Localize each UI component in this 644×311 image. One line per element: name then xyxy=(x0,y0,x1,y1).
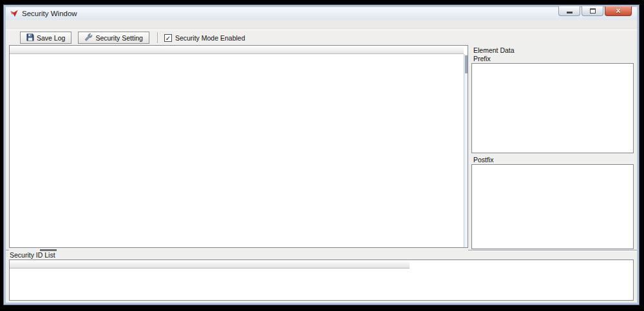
trace-panel xyxy=(9,45,468,249)
prefix-table xyxy=(471,63,634,153)
app-icon xyxy=(10,9,19,18)
save-log-button[interactable]: Save Log xyxy=(20,32,71,44)
close-icon: × xyxy=(616,7,620,15)
postfix-label: Postfix xyxy=(471,156,634,164)
close-button[interactable]: × xyxy=(605,6,632,16)
trace-header xyxy=(10,46,464,54)
maximize-button[interactable] xyxy=(582,6,603,16)
trace-table xyxy=(9,45,468,248)
security-window: Security Window × Save Log xyxy=(4,5,639,305)
security-setting-button[interactable]: Security Setting xyxy=(78,32,149,44)
horizontal-scrollbar[interactable] xyxy=(9,248,468,252)
window-title: Security Window xyxy=(22,10,77,17)
element-data-panel: Element Data Prefix Postfix xyxy=(471,45,634,249)
vertical-scrollbar-thumb[interactable] xyxy=(465,55,468,73)
save-log-label: Save Log xyxy=(37,34,65,42)
security-setting-label: Security Setting xyxy=(95,34,143,42)
minimize-icon xyxy=(567,12,573,14)
toolbar-separator xyxy=(157,32,158,43)
horizontal-scrollbar-thumb[interactable] xyxy=(40,249,57,251)
main-area: Element Data Prefix Postfix xyxy=(6,45,637,249)
security-mode-label: Security Mode Enabled xyxy=(175,34,245,42)
security-mode-checkbox[interactable]: ✓ Security Mode Enabled xyxy=(164,34,245,42)
toolbar: Save Log Security Setting ✓ Security Mod… xyxy=(6,30,637,45)
maximize-icon xyxy=(590,8,596,14)
tab-bar xyxy=(6,20,637,30)
postfix-table xyxy=(471,164,634,249)
save-icon xyxy=(26,33,34,42)
minimize-button[interactable] xyxy=(558,6,580,16)
title-bar: Security Window × xyxy=(6,7,637,20)
vertical-scrollbar[interactable] xyxy=(464,54,468,247)
window-controls: × xyxy=(557,6,632,16)
wrench-icon xyxy=(84,33,93,42)
checkbox-check-icon: ✓ xyxy=(164,34,172,42)
seclist-header xyxy=(10,260,410,269)
tab-filler xyxy=(6,20,637,30)
element-data-title: Element Data xyxy=(471,46,634,55)
prefix-label: Prefix xyxy=(471,55,634,63)
security-id-list xyxy=(9,259,634,301)
